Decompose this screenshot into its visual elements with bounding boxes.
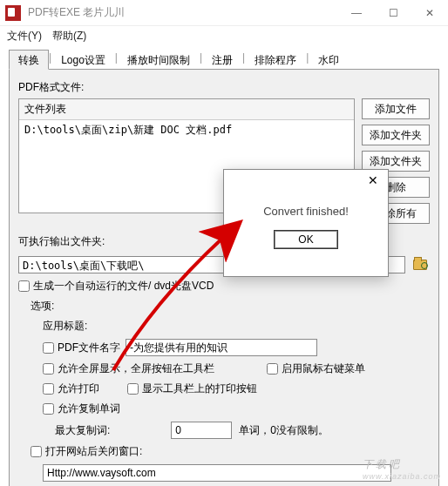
dialog-close-button[interactable]: ✕	[358, 170, 388, 191]
tab-register[interactable]: 注册	[202, 50, 242, 70]
pdf-name-label: PDF文件名字	[58, 341, 120, 355]
print-label: 允许打印	[58, 381, 127, 396]
convert-panel: PDF格式文件: 文件列表 D:\tools\桌面\zip\新建 DOC 文档.…	[9, 70, 439, 486]
url-input[interactable]	[43, 464, 391, 482]
dialog-button-row: OK	[224, 230, 388, 249]
tab-logo[interactable]: Logo设置	[51, 50, 115, 70]
minimize-button[interactable]: —	[338, 0, 375, 26]
options-label: 选项:	[31, 299, 430, 314]
print-row: 允许打印 显示工具栏上的打印按钮	[43, 381, 430, 396]
browse-folder-button[interactable]	[411, 256, 430, 273]
max-copy-input[interactable]	[171, 422, 232, 439]
maximize-button[interactable]: ☐	[375, 0, 411, 26]
max-copy-row: 最大复制词: 单词，0没有限制。	[55, 422, 430, 439]
pdf-name-checkbox[interactable]	[43, 342, 54, 354]
folder-icon	[413, 260, 427, 270]
add-folder-button[interactable]: 添加文件夹	[362, 125, 430, 145]
close-button[interactable]: ✕	[411, 0, 448, 26]
tab-watermark[interactable]: 水印	[309, 50, 349, 70]
app-title-label: 应用标题:	[43, 319, 430, 334]
print-checkbox[interactable]	[43, 383, 54, 395]
max-copy-suffix: 单词，0没有限制。	[239, 423, 329, 438]
fullscreen-label: 允许全屏显示，全屏按钮在工具栏	[58, 361, 214, 376]
copy-checkbox[interactable]	[43, 403, 54, 415]
max-copy-label: 最大复制词:	[55, 423, 110, 438]
menu-bar: 文件(Y) 帮助(Z)	[0, 26, 448, 45]
file-list-header: 文件列表	[19, 99, 354, 120]
rightclick-checkbox[interactable]	[267, 363, 278, 375]
window-title: PDF转EXE 老片儿川	[28, 5, 125, 20]
autorun-row: 生成一个自动运行的文件/ dvd光盘VCD	[18, 279, 430, 294]
autorun-label: 生成一个自动运行的文件/ dvd光盘VCD	[33, 279, 214, 294]
dialog-ok-button[interactable]: OK	[274, 230, 338, 249]
app-title-input[interactable]	[126, 339, 317, 356]
rightclick-label: 启用鼠标右键菜单	[282, 361, 365, 376]
title-bar: PDF转EXE 老片儿川 — ☐ ✕	[0, 0, 448, 26]
tab-convert[interactable]: 转换	[9, 50, 49, 70]
convert-finished-dialog: ✕ Convert finished! OK	[223, 169, 389, 277]
copy-row: 允许复制单词	[43, 402, 430, 416]
copy-label: 允许复制单词	[58, 402, 120, 416]
show-print-btn-checkbox[interactable]	[127, 383, 139, 395]
tab-exclude[interactable]: 排除程序	[245, 50, 306, 70]
pdf-name-row: PDF文件名字	[43, 339, 430, 356]
pdf-files-label: PDF格式文件:	[18, 80, 430, 95]
tab-bar: 转换 | Logo设置 | 播放时间限制 | 注册 | 排除程序 | 水印	[9, 49, 439, 70]
close-window-checkbox[interactable]	[31, 446, 42, 457]
autorun-checkbox[interactable]	[18, 280, 30, 292]
window-controls: — ☐ ✕	[338, 0, 448, 26]
file-row[interactable]: D:\tools\桌面\zip\新建 DOC 文档.pdf	[19, 120, 354, 140]
url-row	[43, 464, 430, 482]
close-window-label: 打开网站后关闭窗口:	[45, 444, 142, 459]
dialog-titlebar: ✕	[224, 170, 388, 194]
menu-help[interactable]: 帮助(Z)	[52, 29, 86, 44]
add-file-button[interactable]: 添加文件	[362, 98, 430, 119]
fullscreen-checkbox[interactable]	[43, 363, 54, 375]
menu-file[interactable]: 文件(Y)	[7, 29, 42, 44]
fullscreen-row: 允许全屏显示，全屏按钮在工具栏 启用鼠标右键菜单	[43, 361, 430, 376]
tab-playtime[interactable]: 播放时间限制	[118, 50, 200, 70]
dialog-message: Convert finished!	[224, 194, 388, 230]
show-print-btn-label: 显示工具栏上的打印按钮	[142, 381, 257, 396]
app-icon	[5, 5, 21, 21]
close-window-row: 打开网站后关闭窗口:	[31, 444, 430, 459]
